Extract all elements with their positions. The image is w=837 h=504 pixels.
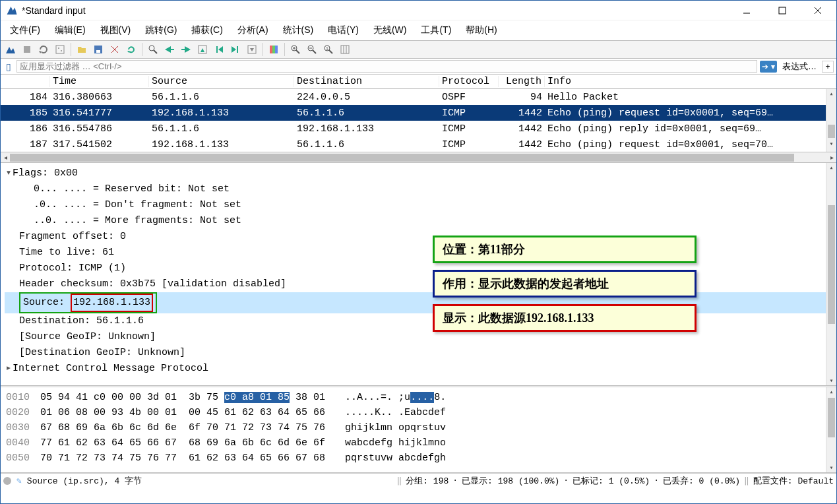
titlebar: *Standard input <box>1 1 836 20</box>
packet-row[interactable]: 186316.55478656.1.1.6192.168.1.133ICMP14… <box>1 121 836 137</box>
capture-stop-icon[interactable] <box>20 42 34 57</box>
menu-wireless[interactable]: 无线(W) <box>369 23 411 38</box>
go-to-packet-icon[interactable] <box>195 42 210 57</box>
auto-scroll-icon[interactable] <box>245 42 259 57</box>
minimize-button[interactable] <box>733 3 760 18</box>
wireshark-logo-icon <box>6 5 18 16</box>
menu-stats[interactable]: 统计(S) <box>279 23 318 38</box>
packet-list-header: No. Time Source Destination Protocol Len… <box>1 75 836 89</box>
go-forward-icon[interactable] <box>179 42 193 57</box>
status-bar: ✎ Source (ip.src), 4 字节 ‖ 分组: 198 · 已显示:… <box>1 473 836 488</box>
menu-file[interactable]: 文件(F) <box>6 23 44 38</box>
scroll-up-icon[interactable]: ▴ <box>826 89 836 98</box>
display-filter-input[interactable] <box>16 60 757 73</box>
field-protocol[interactable]: Protocol: ICMP (1) <box>5 261 832 276</box>
packet-list-hscroll[interactable]: ◂▸ <box>1 152 836 163</box>
packet-bytes[interactable]: 001005 94 41 c0 00 00 3d 01 3b 75 c0 a8 … <box>1 387 836 473</box>
packet-row[interactable]: 187317.541502192.168.1.13356.1.1.6ICMP14… <box>1 137 836 152</box>
zoom-out-icon[interactable] <box>305 42 319 57</box>
twisty-open-icon[interactable]: ▾ <box>5 166 13 181</box>
status-displayed: 已显示: 198 (100.0%) <box>462 475 559 487</box>
svg-rect-16 <box>270 46 272 53</box>
menu-help[interactable]: 帮助(H) <box>462 23 501 38</box>
packet-details[interactable]: ▾Flags: 0x00 0... .... = Reserved bit: N… <box>1 163 836 387</box>
svg-rect-1 <box>779 7 786 14</box>
menu-telephony[interactable]: 电话(Y) <box>324 23 363 38</box>
add-filter-button[interactable]: + <box>822 61 834 73</box>
menu-edit[interactable]: 编辑(E) <box>51 23 90 38</box>
field-ttl[interactable]: Time to live: 61 <box>5 245 832 261</box>
col-no[interactable]: No. <box>1 76 50 87</box>
reload-icon[interactable] <box>124 42 139 57</box>
zoom-reset-icon[interactable]: 1 <box>321 42 336 57</box>
field-dont-fragment[interactable]: .0.. .... = Don't fragment: Not set <box>5 197 832 213</box>
col-time[interactable]: Time <box>50 76 149 87</box>
packet-row[interactable]: 185316.541777192.168.1.13356.1.1.6ICMP14… <box>1 105 836 121</box>
svg-rect-17 <box>272 46 275 53</box>
svg-point-12 <box>149 46 154 51</box>
hex-row[interactable]: 004077 61 62 63 64 65 66 67 68 69 6a 6b … <box>6 435 831 451</box>
packet-rows[interactable]: 184316.38066356.1.1.6224.0.0.5OSPF94Hell… <box>1 89 836 152</box>
packet-row[interactable]: 184316.38066356.1.1.6224.0.0.5OSPF94Hell… <box>1 89 836 105</box>
hex-row[interactable]: 002001 06 08 00 93 4b 00 01 00 45 61 62 … <box>6 405 831 420</box>
packet-list-scrollbar[interactable]: ▴ ▾ <box>826 89 836 152</box>
field-destination[interactable]: Destination: 56.1.1.6 <box>5 313 832 329</box>
svg-rect-5 <box>56 46 64 53</box>
menu-analyze[interactable]: 分析(A) <box>233 23 272 38</box>
status-dropped: 已丢弃: 0 (0.0%) <box>663 475 740 487</box>
maximize-button[interactable] <box>769 3 795 18</box>
field-source-geoip[interactable]: [Source GeoIP: Unknown] <box>5 329 832 345</box>
close-button[interactable] <box>805 3 831 18</box>
go-back-icon[interactable] <box>162 42 177 57</box>
menu-capture[interactable]: 捕获(C) <box>187 23 226 38</box>
hex-row[interactable]: 003067 68 69 6a 6b 6c 6d 6e 6f 70 71 72 … <box>6 420 831 435</box>
col-length[interactable]: Length <box>499 76 545 87</box>
hex-row[interactable]: 005070 71 72 73 74 75 76 77 61 62 63 64 … <box>6 451 831 466</box>
field-flags[interactable]: Flags: 0x00 <box>13 168 78 179</box>
menu-view[interactable]: 视图(V) <box>96 23 135 38</box>
col-source[interactable]: Source <box>149 76 294 87</box>
col-protocol[interactable]: Protocol <box>439 76 499 87</box>
capture-options-icon[interactable] <box>53 42 67 57</box>
field-fragment-offset[interactable]: Fragment offset: 0 <box>5 229 832 245</box>
svg-line-13 <box>154 50 157 53</box>
save-file-icon[interactable] <box>91 42 106 57</box>
bookmark-filter-icon[interactable]: ▯ <box>3 61 14 72</box>
apply-filter-button[interactable]: ➔ ▾ <box>760 61 777 73</box>
open-file-icon[interactable] <box>75 42 89 57</box>
resize-columns-icon[interactable] <box>338 42 352 57</box>
menu-go[interactable]: 跳转(G) <box>141 23 181 38</box>
capture-start-icon[interactable] <box>3 42 18 57</box>
go-first-icon[interactable] <box>212 42 226 57</box>
col-info[interactable]: Info <box>545 76 836 87</box>
field-more-fragments[interactable]: ..0. .... = More fragments: Not set <box>5 213 832 229</box>
capture-restart-icon[interactable] <box>36 42 51 57</box>
menu-tools[interactable]: 工具(T) <box>417 23 455 38</box>
callout-position: 位置：第11部分 <box>433 236 697 263</box>
hex-scrollbar[interactable]: ▴ ▾ <box>826 387 836 472</box>
find-icon[interactable] <box>146 42 160 57</box>
protocol-icmp[interactable]: Internet Control Message Protocol <box>13 363 208 374</box>
window-title: *Standard input <box>22 5 733 16</box>
expert-info-icon[interactable] <box>3 477 11 485</box>
svg-line-27 <box>329 50 332 53</box>
details-scrollbar[interactable]: ▴ ▾ <box>826 163 836 385</box>
field-reserved-bit[interactable]: 0... .... = Reserved bit: Not set <box>5 181 832 197</box>
colorize-icon[interactable] <box>266 42 281 57</box>
status-profile[interactable]: 配置文件: Default <box>753 475 834 487</box>
menu-bar: 文件(F) 编辑(E) 视图(V) 跳转(G) 捕获(C) 分析(A) 统计(S… <box>1 20 836 40</box>
svg-point-7 <box>61 50 62 51</box>
col-destination[interactable]: Destination <box>294 76 439 87</box>
hex-row[interactable]: 001005 94 41 c0 00 00 3d 01 3b 75 c0 a8 … <box>6 390 831 405</box>
go-last-icon[interactable] <box>228 42 243 57</box>
field-destination-geoip[interactable]: [Destination GeoIP: Unknown] <box>5 345 832 361</box>
twisty-closed-icon[interactable]: ▸ <box>5 361 13 377</box>
status-pencil-icon[interactable]: ✎ <box>16 476 22 486</box>
zoom-in-icon[interactable] <box>288 42 303 57</box>
scroll-down-icon[interactable]: ▾ <box>826 139 836 148</box>
field-header-checksum[interactable]: Header checksum: 0x3b75 [validation disa… <box>5 276 832 292</box>
callout-role: 作用：显示此数据的发起者地址 <box>433 270 697 298</box>
field-source[interactable]: Source: 192.168.1.133 <box>5 292 832 313</box>
close-file-icon[interactable] <box>108 42 122 57</box>
expression-button[interactable]: 表达式… <box>780 61 819 73</box>
